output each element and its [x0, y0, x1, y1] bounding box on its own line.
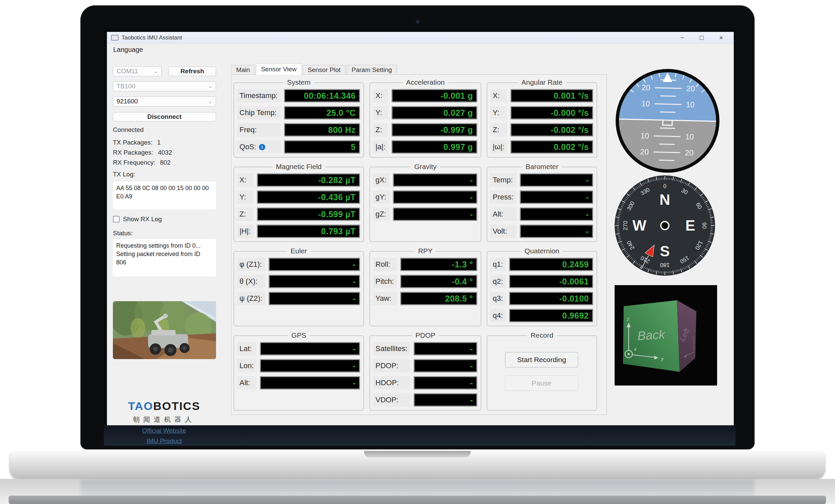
pdop-row-label: PDOP: — [373, 359, 410, 373]
device-model-select[interactable]: TB100 ⌄ — [113, 81, 216, 91]
magnetic-field-panel: Magnetic FieldX:-0.282 µTY:-0.436 µTZ:-0… — [233, 167, 364, 242]
angular-rate-panel: Angular RateX:0.001 °/sY:-0.000 °/sZ:-0.… — [487, 82, 597, 158]
system-row-label: Freq: — [237, 123, 281, 136]
laptop-screen-bezel: Taobotics IMU Assistant − □ × Language C… — [80, 5, 755, 449]
acceleration-row: X:-0.001 g — [373, 89, 477, 102]
magnetic-field-display: -0.436 µT — [257, 190, 360, 204]
rpy-display: -1.3 ° — [400, 258, 477, 271]
barometer-row-label: Volt: — [490, 225, 516, 238]
quaternion-display: -0.0100 — [509, 292, 593, 305]
logo-chinese: 朝闻道机器人 — [112, 415, 216, 424]
system-panel-title: System — [284, 78, 314, 86]
quaternion-row: q3:-0.0100 — [490, 292, 593, 305]
quaternion-row-label: q4: — [490, 309, 506, 322]
angular-rate-row: Y:-0.000 °/s — [490, 106, 593, 120]
reflection-strip — [9, 496, 826, 504]
barometer-row-label: Press: — [490, 190, 516, 204]
system-row-label: QoS:i — [237, 140, 281, 154]
refresh-button[interactable]: Refresh — [168, 67, 216, 76]
magnetic-field-row: |H|:0.793 µT — [237, 225, 360, 238]
pdop-row: Satellites:- — [373, 342, 477, 355]
show-rx-log-checkbox[interactable] — [113, 216, 120, 223]
baud-rate-value: 921600 — [117, 98, 138, 105]
official-website-link[interactable]: Official Website — [112, 427, 216, 434]
pdop-panel: PDOPSatellites:-PDOP:-HDOP:-VDOP:- — [369, 335, 481, 411]
acceleration-display: 0.997 g — [391, 140, 477, 154]
angular-rate-row: |ω|:0.002 °/s — [490, 140, 593, 154]
acceleration-row: Z:-0.997 g — [373, 123, 477, 136]
tab-param-setting[interactable]: Param Setting — [347, 65, 397, 75]
tab-sensor-view[interactable]: Sensor View — [256, 63, 302, 75]
rpy-row-label: Yaw: — [373, 292, 397, 305]
gps-row-label: Alt: — [237, 376, 257, 390]
close-button[interactable]: × — [711, 32, 731, 43]
system-display: 25.0 °C — [284, 106, 360, 120]
chevron-down-icon: ⌄ — [154, 68, 158, 74]
gravity-value: - — [470, 210, 473, 219]
barometer-row: Temp:- — [490, 173, 593, 187]
gravity-display: - — [393, 190, 477, 204]
system-value: 800 Hz — [328, 125, 356, 135]
maximize-button[interactable]: □ — [692, 32, 711, 43]
system-value: 5 — [351, 142, 356, 152]
acceleration-row-label: X: — [373, 89, 388, 102]
magnetic-field-display: 0.793 µT — [257, 225, 360, 238]
rpy-display: 208.5 ° — [400, 292, 477, 305]
baud-rate-select[interactable]: 921600 ⌄ — [113, 97, 216, 106]
rpy-row: Pitch:-0.4 ° — [373, 275, 477, 288]
acceleration-panel-title: Acceleration — [403, 78, 448, 86]
barometer-row: Alt:- — [490, 208, 593, 221]
pdop-row-label: Satellites: — [373, 342, 410, 355]
magnetic-field-panel-title: Magnetic Field — [273, 163, 325, 171]
laptop-mockup: Taobotics IMU Assistant − □ × Language C… — [0, 0, 835, 504]
com-port-select[interactable]: COM11 ⌄ — [113, 66, 161, 76]
gravity-row: gX:- — [373, 173, 477, 187]
magnetic-field-row: Y:-0.436 µT — [237, 190, 360, 204]
magnetic-field-value: -0.282 µT — [318, 175, 356, 185]
quaternion-display: 0.2459 — [509, 258, 593, 271]
pdop-display: - — [414, 376, 477, 390]
menu-language[interactable]: Language — [113, 46, 143, 54]
barometer-row: Press:- — [490, 190, 593, 204]
tab-main[interactable]: Main — [231, 65, 255, 75]
minimize-button[interactable]: − — [673, 32, 692, 43]
quaternion-row: q1:0.2459 — [490, 258, 593, 271]
rpy-row-label: Pitch: — [373, 275, 397, 288]
quaternion-row: q2:-0.0061 — [490, 275, 593, 288]
pdop-panel-title: PDOP — [412, 331, 439, 339]
gps-value: - — [353, 378, 356, 388]
connection-status: Connected — [113, 126, 144, 133]
euler-display: - — [269, 292, 360, 305]
pause-button[interactable]: Pause — [505, 376, 578, 391]
window-title: Taobotics IMU Assistant — [122, 35, 182, 41]
laptop-display: Taobotics IMU Assistant − □ × Language C… — [104, 28, 735, 446]
quaternion-value: -0.0100 — [559, 294, 589, 303]
rpy-value: -1.3 ° — [452, 260, 473, 269]
acceleration-display: -0.997 g — [391, 123, 477, 136]
barometer-panel: BarometerTemp:-Press:-Alt:-Volt:- — [487, 167, 597, 242]
angular-rate-display: -0.000 °/s — [510, 106, 593, 120]
magnetic-field-row-label: Z: — [237, 208, 253, 221]
device-model-value: TB100 — [117, 83, 135, 90]
gps-display: - — [260, 359, 360, 373]
svg-text:Back: Back — [637, 328, 666, 343]
tab-sensor-plot[interactable]: Sensor Plot — [303, 65, 346, 75]
status-box: Requesting settings from ID 0... Setting… — [113, 239, 216, 276]
magnetic-field-row: X:-0.282 µT — [237, 173, 360, 187]
disconnect-button[interactable]: Disconnect — [113, 112, 216, 122]
start-recording-button[interactable]: Start Recording — [505, 352, 578, 368]
magnetic-field-display: -0.282 µT — [257, 173, 360, 187]
svg-text:10: 10 — [686, 100, 695, 109]
angular-rate-row-label: Y: — [490, 106, 507, 120]
gravity-display: - — [393, 208, 477, 221]
acceleration-row: Y:0.027 g — [373, 106, 477, 120]
imu-product-link[interactable]: IMU Product — [112, 437, 216, 445]
pdop-display: - — [414, 359, 477, 373]
quaternion-panel-title: Quaternion — [521, 247, 563, 255]
gps-value: - — [353, 361, 356, 371]
webcam-dot — [415, 19, 420, 24]
tx-packages-stat: TX Packages:1 — [113, 139, 216, 149]
barometer-panel-title: Barometer — [522, 163, 562, 171]
euler-row: ψ (Z2):- — [237, 292, 360, 305]
rpy-row: Roll:-1.3 ° — [373, 258, 477, 271]
